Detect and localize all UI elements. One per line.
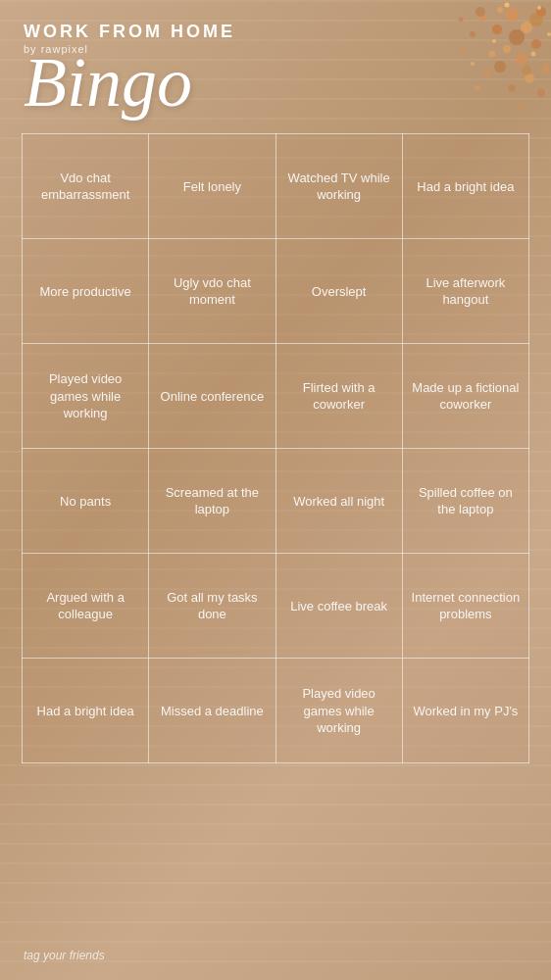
cell-r0-c0: Vdo chat embarrassment	[23, 134, 149, 239]
cell-r5-c0: Had a bright idea	[23, 659, 149, 763]
cell-r1-c1: Ugly vdo chat moment	[149, 239, 276, 344]
footer: tag your friends	[0, 935, 551, 980]
cell-r2-c1: Online conference	[149, 344, 276, 449]
cell-r2-c3: Made up a fictional coworker	[402, 344, 528, 449]
header: WORK FROM HOME by rawpixel Bingo	[0, 0, 551, 123]
cell-r2-c0: Played video games while working	[23, 344, 149, 449]
cell-r4-c2: Live coffee break	[276, 554, 402, 659]
cell-r5-c3: Worked in my PJ's	[402, 659, 528, 763]
bingo-title: Bingo	[24, 51, 527, 115]
main-title: WORK FROM HOME	[24, 22, 527, 43]
cell-r3-c3: Spilled coffee on the laptop	[402, 449, 528, 554]
cell-r5-c2: Played video games while working	[276, 659, 402, 763]
cell-r3-c1: Screamed at the laptop	[149, 449, 276, 554]
cell-r0-c1: Felt lonely	[149, 134, 276, 239]
bingo-grid-container: Vdo chat embarrassmentFelt lonelyWatched…	[0, 123, 551, 935]
cell-r2-c2: Flirted with a coworker	[276, 344, 402, 449]
cell-r1-c2: Overslept	[276, 239, 402, 344]
cell-r1-c3: Live afterwork hangout	[402, 239, 528, 344]
cell-r4-c3: Internet connection problems	[402, 554, 528, 659]
cell-r1-c0: More productive	[23, 239, 149, 344]
cell-r4-c0: Argued with a colleague	[23, 554, 149, 659]
cell-r4-c1: Got all my tasks done	[149, 554, 276, 659]
cell-r5-c1: Missed a deadline	[149, 659, 276, 763]
bingo-table: Vdo chat embarrassmentFelt lonelyWatched…	[22, 133, 529, 763]
cell-r3-c2: Worked all night	[276, 449, 402, 554]
cell-r3-c0: No pants	[23, 449, 149, 554]
tag-friends-text: tag your friends	[24, 949, 527, 962]
